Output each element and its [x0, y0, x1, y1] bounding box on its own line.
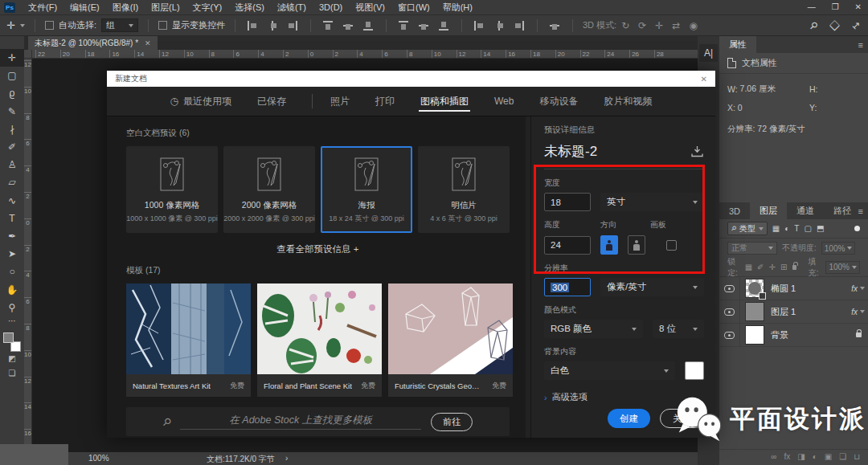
menu-item[interactable]: 图层(L) — [145, 0, 186, 14]
lock-option-icon[interactable]: ▦ — [745, 263, 752, 271]
menu-item[interactable]: 编辑(E) — [63, 0, 106, 14]
layer-row[interactable]: 背景 — [719, 324, 868, 347]
menu-item[interactable]: 文字(Y) — [186, 0, 229, 14]
distribute-right-icon[interactable] — [514, 21, 525, 31]
lock-option-icon[interactable]: ⊞ — [780, 263, 787, 271]
auto-select-dropdown[interactable]: 组 — [101, 18, 138, 32]
layer-filter-icon[interactable]: ▢ — [804, 224, 811, 233]
menu-item[interactable]: 图像(I) — [106, 0, 145, 14]
3d-mode-icon[interactable]: ◉ — [689, 20, 697, 31]
height-input[interactable]: 24 — [544, 236, 591, 255]
distribute-center-icon[interactable] — [493, 21, 505, 31]
menu-item[interactable]: 帮助(H) — [436, 0, 479, 14]
tool-button[interactable]: ✐ — [0, 138, 24, 156]
tool-button[interactable]: ▢ — [0, 67, 24, 84]
orientation-landscape-button[interactable] — [628, 235, 645, 255]
layer-filter-icon[interactable]: ▦ — [772, 224, 780, 233]
menu-item[interactable]: 文件(F) — [22, 0, 63, 14]
layers-bottom-icon[interactable]: ∞ — [771, 452, 776, 461]
layer-thumbnail[interactable] — [745, 302, 764, 321]
chevron-down-icon[interactable] — [860, 310, 865, 313]
align-top-icon[interactable] — [323, 20, 333, 31]
show-transform-checkbox[interactable] — [158, 21, 167, 30]
orientation-portrait-button[interactable] — [600, 235, 618, 255]
create-button[interactable]: 创建 — [608, 409, 650, 428]
lock-option-icon[interactable]: ✐ — [757, 263, 764, 271]
save-preset-icon[interactable] — [690, 145, 704, 157]
edit-toolbar-icon[interactable]: ⋯ — [8, 316, 16, 328]
tool-button[interactable]: T — [0, 210, 24, 227]
align-right-icon[interactable] — [287, 21, 298, 31]
menu-item[interactable]: 滤镜(T) — [271, 0, 313, 14]
template-card[interactable]: Floral and Plant Scene Kit 免费 — [257, 283, 382, 397]
dialog-tab[interactable]: ◷ Web — [481, 87, 526, 116]
dialog-tab[interactable]: ◷ 打印 — [362, 87, 407, 116]
3d-mode-icon[interactable]: ⇄ — [672, 20, 680, 31]
fill-value[interactable]: 100% — [825, 261, 860, 274]
visibility-eye-icon[interactable] — [724, 332, 735, 339]
current-tool-icon[interactable]: ✛ — [6, 19, 15, 31]
tool-button[interactable]: ♙ — [0, 156, 24, 173]
layers-bottom-icon[interactable]: ◐ — [813, 452, 817, 461]
layers-bottom-icon[interactable]: fx — [784, 452, 790, 461]
layer-thumbnail[interactable] — [745, 279, 764, 298]
layers-panel-tab[interactable]: 3D — [719, 202, 750, 219]
lock-all-icon[interactable] — [792, 265, 796, 270]
document-tab[interactable]: 未标题-2 @ 100%(RGB/8#) * ✕ — [28, 36, 158, 50]
preset-card[interactable]: 海报 18 x 24 英寸 @ 300 ppi — [321, 146, 412, 233]
layer-row[interactable]: 图层 1 fx — [719, 300, 868, 324]
layers-bottom-icon[interactable]: ❏ — [839, 452, 846, 461]
layer-filter-icon[interactable]: ◐ — [784, 224, 789, 233]
layers-panel-tab[interactable]: 路径 — [824, 202, 861, 219]
tool-button[interactable]: ▱ — [0, 173, 24, 191]
menu-item[interactable]: 视图(V) — [349, 0, 391, 14]
3d-mode-icon[interactable]: ✛ — [655, 20, 663, 31]
tool-button[interactable]: ✛ — [0, 49, 24, 67]
visibility-eye-icon[interactable] — [724, 308, 735, 316]
tool-button[interactable]: ✒ — [0, 227, 24, 245]
tool-button[interactable]: ➤ — [0, 245, 24, 263]
opacity-value[interactable]: 100% — [821, 242, 856, 255]
dialog-tab[interactable]: ◷ 已保存 — [244, 87, 299, 116]
options-right-icon[interactable]: ❏ — [828, 18, 842, 33]
document-properties-row[interactable]: 文档属性 — [719, 53, 868, 74]
screen-mode-icon[interactable]: ❏ — [9, 366, 16, 381]
width-input[interactable]: 18 — [544, 193, 591, 211]
distribute-bottom-icon[interactable] — [439, 20, 448, 31]
dialog-tab[interactable]: ◷ 图稿和插图 — [407, 87, 481, 116]
dialog-tab[interactable]: ◷ 胶片和视频 — [591, 87, 665, 116]
tool-button[interactable]: ϱ — [0, 84, 24, 102]
filter-type-dropdown[interactable]: ⚲ 类型 — [727, 222, 768, 235]
layer-name[interactable]: 背景 — [771, 329, 856, 341]
filter-toggle-icon[interactable] — [854, 226, 860, 231]
preset-card[interactable]: 2000 像素网格 2000 x 2000 像素 @ 300 ppi — [223, 146, 315, 233]
panel-menu-icon[interactable]: ≡ — [858, 40, 863, 50]
tool-button[interactable]: ✋ — [0, 280, 24, 298]
layers-bottom-icon[interactable]: ⊔ — [854, 452, 860, 461]
close-window-button[interactable]: ✕ — [855, 0, 862, 14]
resolution-input[interactable]: 300 — [544, 278, 591, 296]
menu-item[interactable]: 3D(D) — [313, 0, 349, 14]
tool-button[interactable]: ○ — [0, 263, 24, 280]
go-button[interactable]: 前往 — [431, 413, 473, 431]
template-card[interactable]: Natural Textures Art Kit 免费 — [126, 283, 251, 397]
layer-effects-fx-icon[interactable]: fx — [851, 308, 858, 316]
menu-item[interactable]: 窗口(W) — [391, 0, 436, 14]
artboard-checkbox[interactable] — [666, 240, 677, 251]
3d-mode-icon[interactable]: ↻ — [621, 20, 629, 31]
dialog-tab[interactable]: ◷ 照片 — [299, 87, 362, 116]
layer-row[interactable]: 椭圆 1 fx — [719, 277, 868, 300]
view-all-presets-link[interactable]: 查看全部预设信息 + — [126, 243, 510, 255]
template-card[interactable]: Futuristic Crystals Geometric Art ... 免费 — [388, 283, 513, 397]
align-bottom-icon[interactable] — [363, 20, 373, 31]
resolution-unit-dropdown[interactable]: 像素/英寸 — [600, 278, 704, 296]
layers-bottom-icon[interactable]: ▣ — [825, 452, 832, 461]
foreground-color-swatch[interactable] — [3, 332, 14, 343]
menu-item[interactable]: 选择(S) — [228, 0, 271, 14]
tab-properties[interactable]: 属性 — [719, 36, 756, 53]
chevron-down-icon[interactable] — [860, 287, 865, 290]
zoom-level[interactable]: 100% — [88, 454, 109, 463]
options-right-icon[interactable]: ↥ — [849, 18, 862, 32]
distribute-middle-icon[interactable] — [419, 20, 428, 31]
tool-button[interactable]: ⚲ — [0, 299, 24, 316]
